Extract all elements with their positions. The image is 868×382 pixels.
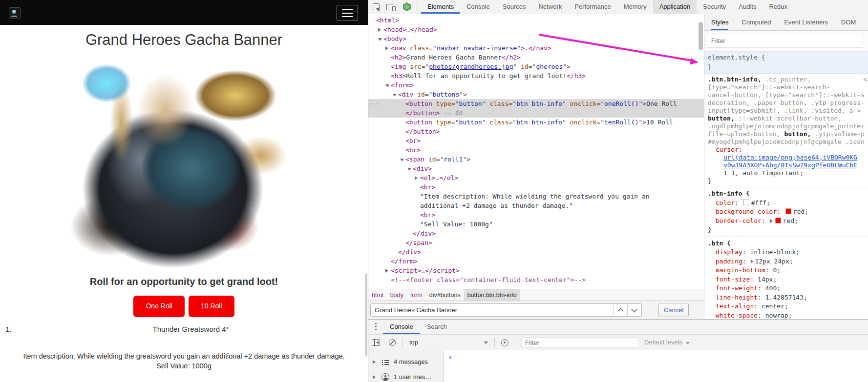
style-source-link[interactable]: < xyxy=(863,76,867,83)
css-rule-cursor[interactable]: <.btn.btn-info, .cc_pointer,[type="searc… xyxy=(704,74,868,187)
breadcrumb-item[interactable]: div#buttons xyxy=(426,289,464,301)
console-filter-input[interactable] xyxy=(521,337,638,348)
tab-elements[interactable]: Elements xyxy=(421,0,460,14)
tab-security[interactable]: Security xyxy=(697,0,732,14)
tree-line[interactable]: </div> xyxy=(368,229,704,238)
tree-line[interactable]: <h3>Roll for an opportunity to get grand… xyxy=(368,71,704,80)
collapse-arrow-icon[interactable] xyxy=(378,38,382,41)
tab-network[interactable]: Network xyxy=(532,0,569,14)
expand-arrow-icon[interactable] xyxy=(378,28,381,32)
collapse-arrow-icon[interactable] xyxy=(393,94,397,97)
css-declaration[interactable]: color: #fff; xyxy=(708,199,868,208)
expand-arrow-icon[interactable] xyxy=(385,269,388,273)
context-selector[interactable]: top xyxy=(409,335,418,350)
tree-line[interactable]: additional +2 damage as thunder damage." xyxy=(368,201,704,210)
device-toolbar-icon[interactable] xyxy=(386,4,394,10)
css-declaration[interactable]: border-color: red; xyxy=(708,217,868,226)
breadcrumb-item[interactable]: form xyxy=(407,289,426,301)
breadcrumb-item[interactable]: html xyxy=(368,289,387,301)
breadcrumb-item[interactable]: body xyxy=(387,289,407,301)
drawer-tab-search[interactable]: Search xyxy=(420,320,454,334)
collapse-arrow-icon[interactable] xyxy=(400,159,404,161)
color-swatch[interactable] xyxy=(785,208,791,214)
css-declaration[interactable]: background-color: red; xyxy=(708,207,868,217)
tree-line[interactable]: </div> xyxy=(368,247,704,257)
sidebar-tab-dom[interactable]: DOM xyxy=(841,14,856,30)
tree-line[interactable]: <span id="roll1"> xyxy=(368,155,704,164)
sidebar-tab-styles[interactable]: Styles xyxy=(711,14,728,30)
tree-line[interactable]: <head>…</head> xyxy=(368,25,704,34)
sidebar-tab-event-listeners[interactable]: Event Listeners xyxy=(784,14,828,30)
tree-line[interactable]: <nav class="navbar navbar-inverse">…</na… xyxy=(368,43,704,53)
css-rule-btn-info[interactable]: .btn-info {color: #fff;background-color:… xyxy=(704,187,868,237)
css-declaration[interactable]: text-align: center; xyxy=(708,302,868,311)
one-roll-button[interactable]: One Roll xyxy=(133,296,184,317)
css-declaration[interactable]: font-weight: 400; xyxy=(708,284,868,293)
tree-line[interactable]: <html> xyxy=(368,16,704,25)
tree-line[interactable]: <br> xyxy=(368,210,704,220)
site-logo-icon[interactable] xyxy=(9,7,21,19)
tree-line[interactable]: <br> xyxy=(368,182,704,192)
tree-line[interactable]: <body> xyxy=(368,34,704,43)
tree-line[interactable]: <br> xyxy=(368,136,704,145)
previous-match-button[interactable] xyxy=(614,304,627,316)
tree-line[interactable]: </form> xyxy=(368,257,704,266)
tree-line[interactable]: "Item description: While wielding the gr… xyxy=(368,192,704,201)
tree-line[interactable]: <img src="photos/grandheroes.jpg" id="gh… xyxy=(368,62,704,71)
tree-line[interactable]: <div id="buttons"> xyxy=(368,90,704,99)
color-swatch[interactable] xyxy=(743,200,749,205)
search-input[interactable] xyxy=(370,303,642,317)
tree-line[interactable]: <div> xyxy=(368,164,704,173)
css-declaration[interactable]: line-height: 1.42857143; xyxy=(708,293,868,302)
tab-performance[interactable]: Performance xyxy=(568,0,617,14)
tree-line[interactable]: </span> xyxy=(368,238,704,247)
expand-arrow-icon[interactable] xyxy=(373,360,376,364)
css-declaration[interactable]: margin-bottom: 0; xyxy=(708,266,868,275)
tree-line[interactable]: "Sell Value: 1000g" xyxy=(368,220,704,229)
tree-line[interactable]: </button> xyxy=(368,127,704,136)
console-messages-area[interactable]: › xyxy=(444,350,868,382)
next-match-button[interactable] xyxy=(627,304,641,316)
expand-arrow-icon[interactable] xyxy=(385,46,388,50)
tab-redux[interactable]: Redux xyxy=(762,0,794,14)
tab-audits[interactable]: Audits xyxy=(732,0,762,14)
collapse-arrow-icon[interactable] xyxy=(407,168,411,171)
sidebar-tab-computed[interactable]: Computed xyxy=(741,14,771,30)
expand-arrow-icon[interactable] xyxy=(770,219,773,223)
css-declaration[interactable]: white-space: nowrap; xyxy=(708,311,868,320)
breadcrumb-item[interactable]: button.btn.btn-info xyxy=(464,289,520,301)
expand-arrow-icon[interactable] xyxy=(415,176,418,180)
console-group-1-user-mes-[interactable]: 1 user mes… xyxy=(368,372,444,382)
tab-console[interactable]: Console xyxy=(460,0,496,14)
console-group-4-messages[interactable]: 4 messages xyxy=(368,357,444,368)
color-swatch[interactable] xyxy=(775,218,781,223)
collapse-arrow-icon[interactable] xyxy=(385,84,389,87)
tree-line[interactable]: <br> xyxy=(368,145,704,155)
expand-arrow-icon[interactable] xyxy=(373,375,376,379)
tree-line[interactable]: ···<button type="button" class="btn btn-… xyxy=(368,99,704,108)
css-declaration[interactable]: padding: 12px 24px; xyxy=(708,257,868,266)
element-style-rule[interactable]: element.style { } xyxy=(704,52,868,74)
sidebar-toggle-icon[interactable] xyxy=(372,339,380,346)
drawer-tab-console[interactable]: Console xyxy=(383,320,420,334)
tree-line[interactable]: <script>…</script> xyxy=(368,266,704,275)
tree-line[interactable]: <button type="button" class="btn btn-inf… xyxy=(368,118,704,127)
styles-filter-input[interactable] xyxy=(707,34,863,48)
data-url-link[interactable]: v0wJ9A3XOP+Abg/8TsSw79xgPfeOBLWuCbE xyxy=(723,161,857,169)
tree-line[interactable]: </button> == $0 xyxy=(368,108,704,118)
eye-icon[interactable] xyxy=(501,339,508,346)
tab-memory[interactable]: Memory xyxy=(617,0,653,14)
hamburger-icon[interactable] xyxy=(337,5,358,21)
css-declaration[interactable]: font-size: 14px; xyxy=(708,275,868,284)
elements-scrollbar[interactable] xyxy=(699,22,703,50)
tree-line[interactable]: <!--<footer class="container-fluid text-… xyxy=(368,275,704,284)
css-declaration[interactable]: display: inline-block; xyxy=(708,248,868,257)
log-levels-dropdown[interactable]: Default levels xyxy=(644,335,690,350)
cancel-button[interactable]: Cancel xyxy=(658,303,689,317)
clear-console-icon[interactable] xyxy=(389,339,396,346)
tab-sources[interactable]: Sources xyxy=(496,0,532,14)
tree-line[interactable]: <h2>Grand Heroes Gacha Banner</h2> xyxy=(368,53,704,62)
tab-application[interactable]: Application xyxy=(653,0,697,14)
10-roll-button[interactable]: 10 Roll xyxy=(189,296,234,317)
tree-line[interactable]: <form> xyxy=(368,80,704,90)
